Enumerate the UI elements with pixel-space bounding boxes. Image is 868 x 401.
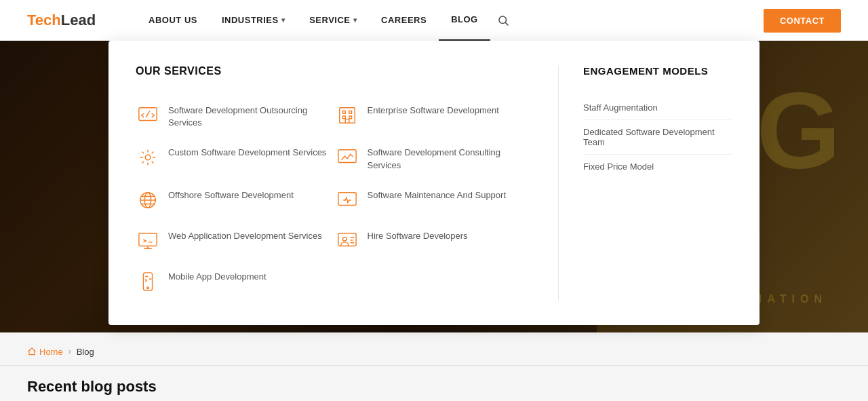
svg-rect-9 — [338, 150, 355, 163]
svg-point-22 — [147, 287, 149, 289]
logo[interactable]: TechLead — [27, 12, 96, 29]
svg-rect-21 — [143, 273, 152, 290]
service-item-offshore[interactable]: Offshore Software Development — [136, 181, 335, 219]
logo-lead: Lead — [61, 12, 96, 28]
breadcrumb-home[interactable]: Home — [27, 347, 63, 357]
service-item-outsourcing[interactable]: Software Development Outsourcing Service… — [136, 96, 335, 136]
globe-code-icon — [136, 188, 160, 212]
breadcrumb-separator: › — [68, 347, 71, 356]
nav-item-about[interactable]: ABOUT US — [136, 0, 210, 41]
breadcrumb: Home › Blog — [0, 339, 868, 366]
person-code-icon — [335, 229, 359, 253]
service-name-mobile: Mobile App Development — [168, 269, 267, 283]
service-name-hire: Hire Software Developers — [368, 229, 468, 242]
building-icon — [335, 103, 359, 128]
code-box-icon — [136, 103, 160, 128]
service-item-maintenance[interactable]: Software Maintenance And Support — [335, 181, 534, 219]
services-grid: Software Development Outsourcing Service… — [136, 96, 534, 301]
nav-item-industries[interactable]: INDUSTRIES ▾ — [210, 0, 297, 41]
nav-links: ABOUT US INDUSTRIES ▾ SERVICE ▾ CAREERS … — [136, 0, 764, 41]
services-title: OUR SERVICES — [136, 65, 534, 77]
bottom-bar: Home › Blog Recent blog posts — [0, 332, 868, 401]
settings-code-icon — [136, 145, 160, 170]
service-name-outsourcing: Software Development Outsourcing Service… — [168, 103, 330, 129]
chevron-down-icon: ▾ — [281, 0, 285, 41]
svg-rect-6 — [342, 116, 345, 119]
service-dropdown: OUR SERVICES Software Development Outsou… — [108, 41, 760, 325]
service-name-maintenance: Software Maintenance And Support — [368, 188, 507, 202]
engagement-item-dedicated[interactable]: Dedicated Software Development Team — [583, 120, 732, 155]
recent-posts-title: Recent blog posts — [0, 366, 868, 396]
nav-item-blog[interactable]: BLOG — [439, 0, 490, 41]
menu-divider — [558, 65, 559, 301]
svg-rect-7 — [349, 116, 351, 119]
service-name-enterprise: Enterprise Software Development — [368, 103, 499, 117]
search-icon[interactable] — [497, 14, 509, 26]
contact-button[interactable]: CONTACT — [764, 9, 841, 33]
chart-code-icon — [335, 145, 359, 170]
service-item-custom[interactable]: Custom Software Development Services — [136, 138, 335, 178]
service-item-mobile[interactable]: Mobile App Development — [136, 263, 335, 301]
engagement-title: ENGAGEMENT MODELS — [583, 65, 732, 77]
svg-line-1 — [505, 22, 508, 25]
breadcrumb-current: Blog — [77, 347, 94, 357]
svg-rect-16 — [139, 233, 157, 246]
service-name-consulting: Software Development Consulting Services — [368, 145, 529, 171]
svg-point-0 — [499, 16, 507, 24]
nav-item-careers[interactable]: CAREERS — [369, 0, 439, 41]
svg-point-8 — [145, 155, 151, 161]
chevron-down-icon: ▾ — [353, 0, 357, 41]
service-name-custom: Custom Software Development Services — [168, 145, 326, 159]
mobile-code-icon — [136, 269, 160, 294]
monitor-code-icon — [136, 229, 160, 253]
wrench-code-icon — [335, 188, 359, 212]
svg-rect-4 — [342, 111, 345, 113]
navbar: TechLead ABOUT US INDUSTRIES ▾ SERVICE ▾… — [0, 0, 868, 41]
service-name-webapp: Web Application Development Services — [168, 229, 322, 242]
services-section: OUR SERVICES Software Development Outsou… — [136, 65, 534, 301]
engagement-section: ENGAGEMENT MODELS Staff Augmentation Ded… — [583, 65, 732, 301]
nav-item-service[interactable]: SERVICE ▾ — [297, 0, 369, 41]
service-name-offshore: Offshore Software Development — [168, 188, 294, 202]
engagement-item-staff[interactable]: Staff Augmentation — [583, 96, 732, 120]
engagement-item-fixed[interactable]: Fixed Price Model — [583, 155, 732, 178]
service-item-hire[interactable]: Hire Software Developers — [335, 222, 534, 260]
svg-rect-3 — [339, 108, 355, 123]
svg-point-20 — [342, 237, 347, 241]
logo-tech: Tech — [27, 12, 61, 28]
svg-rect-5 — [349, 111, 351, 113]
service-item-enterprise[interactable]: Enterprise Software Development — [335, 96, 534, 136]
service-item-consulting[interactable]: Software Development Consulting Services — [335, 138, 534, 178]
service-item-webapp[interactable]: Web Application Development Services — [136, 222, 335, 260]
